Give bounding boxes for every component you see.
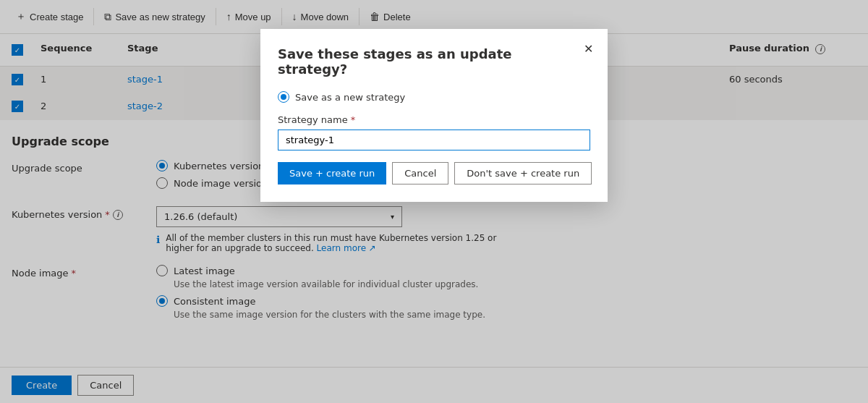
save-create-run-button[interactable]: Save + create run xyxy=(278,162,386,184)
modal-save-radio-option[interactable]: Save as a new strategy xyxy=(278,91,590,103)
dont-save-create-run-button[interactable]: Don't save + create run xyxy=(454,162,592,184)
modal-cancel-button[interactable]: Cancel xyxy=(392,162,448,184)
modal-save-radio-label: Save as a new strategy xyxy=(295,92,405,103)
modal-title: Save these stages as an update strategy? xyxy=(278,46,590,77)
strategy-name-label: Strategy name * xyxy=(278,114,590,125)
modal-actions: Save + create run Cancel Don't save + cr… xyxy=(278,162,590,184)
save-strategy-modal: Save these stages as an update strategy?… xyxy=(260,29,608,202)
modal-overlay: Save these stages as an update strategy?… xyxy=(0,0,868,403)
modal-save-radio[interactable] xyxy=(278,91,289,103)
modal-save-radio-dot xyxy=(281,94,286,100)
strategy-name-required: * xyxy=(351,114,356,125)
modal-close-button[interactable]: ✕ xyxy=(581,41,596,58)
strategy-name-input[interactable] xyxy=(278,130,590,150)
